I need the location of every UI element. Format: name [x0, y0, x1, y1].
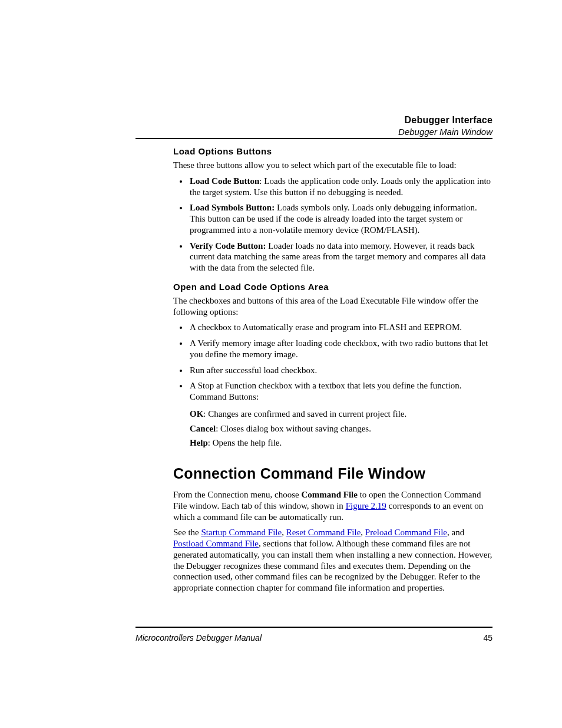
- sub-label: Help: [190, 438, 208, 447]
- sub-help: Help: Opens the help file.: [190, 437, 492, 449]
- link-figure-2-19[interactable]: Figure 2.19: [346, 501, 386, 510]
- header-subtitle: Debugger Main Window: [398, 127, 492, 137]
- list-open-load: A checkbox to Automatically erase and pr…: [173, 322, 492, 403]
- item-label: Verify Code Button:: [190, 241, 266, 251]
- list-item: A checkbox to Automatically erase and pr…: [189, 322, 492, 333]
- subhead-load-options: Load Options Buttons: [173, 146, 492, 156]
- footer: Microcontrollers Debugger Manual 45: [135, 633, 492, 643]
- list-item: Load Symbols Button: Loads symbols only.…: [189, 202, 492, 235]
- sub-ok: OK: Changes are confirmed and saved in c…: [190, 409, 492, 420]
- para-connection-2: See the Startup Command File, Reset Comm…: [173, 527, 492, 594]
- list-item: Verify Code Button: Loader loads no data…: [189, 241, 492, 274]
- list-load-options: Load Code Button: Loads the application …: [173, 176, 492, 274]
- footer-page-number: 45: [483, 633, 492, 643]
- sub-text: : Changes are confirmed and saved in cur…: [203, 409, 406, 419]
- sub-text: : Closes dialog box without saving chang…: [216, 424, 371, 433]
- link-preload-command-file[interactable]: Preload Command File: [365, 528, 447, 537]
- footer-manual-title: Microcontrollers Debugger Manual: [135, 633, 262, 643]
- text: ,: [361, 528, 365, 537]
- footer-rule: [135, 627, 492, 628]
- running-header: Debugger Interface Debugger Main Window: [398, 115, 492, 137]
- para-open-load-intro: The checkboxes and buttons of this area …: [173, 295, 492, 318]
- para-load-options-intro: These three buttons allow you to select …: [173, 160, 492, 171]
- sub-label: OK: [190, 409, 203, 419]
- link-postload-command-file[interactable]: Postload Command File: [173, 539, 259, 548]
- text: ,: [282, 528, 286, 537]
- text: , and: [447, 528, 464, 537]
- list-item: A Stop at Function checkbox with a textb…: [189, 380, 492, 403]
- bold-text: Command File: [301, 490, 357, 499]
- para-connection-1: From the Connection menu, choose Command…: [173, 489, 492, 522]
- item-label: Load Code Button: [190, 176, 259, 186]
- item-label: Load Symbols Button:: [190, 203, 275, 212]
- subhead-open-load: Open and Load Code Options Area: [173, 282, 492, 292]
- text: From the Connection menu, choose: [173, 490, 301, 499]
- list-item: Run after successful load checkbox.: [189, 365, 492, 376]
- header-rule: [135, 138, 492, 139]
- list-item: Load Code Button: Loads the application …: [189, 176, 492, 198]
- page: Debugger Interface Debugger Main Window …: [0, 0, 562, 728]
- list-item: A Verify memory image after loading code…: [189, 338, 492, 360]
- section-title-connection: Connection Command File Window: [173, 465, 492, 482]
- sub-cancel: Cancel: Closes dialog box without saving…: [190, 423, 492, 434]
- sub-text: : Opens the help file.: [208, 438, 282, 447]
- link-startup-command-file[interactable]: Startup Command File: [201, 528, 282, 537]
- text: See the: [173, 528, 201, 537]
- sub-label: Cancel: [190, 424, 216, 433]
- content-area: Load Options Buttons These three buttons…: [173, 146, 492, 598]
- link-reset-command-file[interactable]: Reset Command File: [286, 528, 361, 537]
- header-title: Debugger Interface: [398, 115, 492, 126]
